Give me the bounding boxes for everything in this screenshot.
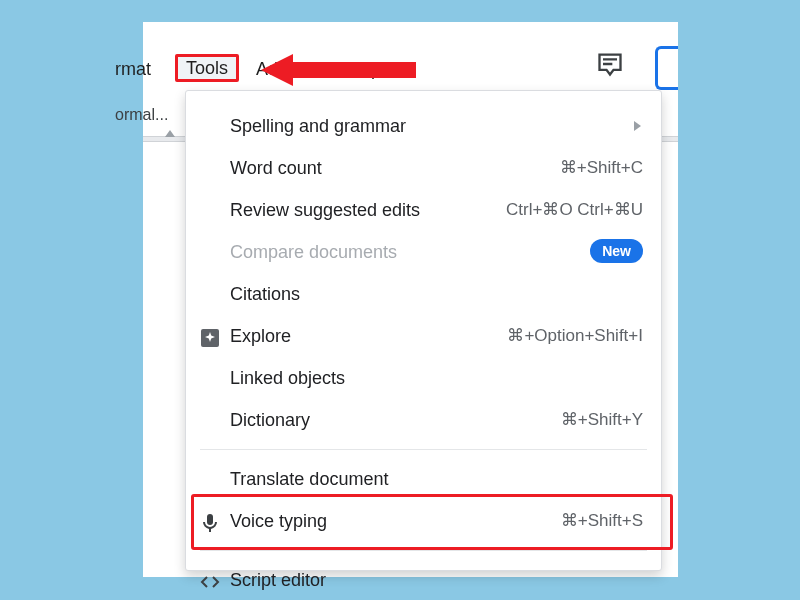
explore-icon: [198, 323, 222, 347]
tools-dropdown: Spelling and grammar Word count ⌘+Shift+…: [185, 90, 662, 571]
menu-item-label: Translate document: [230, 458, 388, 500]
code-icon: [198, 567, 222, 591]
menu-item-label: Script editor: [230, 559, 326, 600]
menu-item-shortcut: Ctrl+⌘O Ctrl+⌘U: [506, 189, 643, 231]
ruler-indent-marker: [165, 130, 175, 137]
menu-format[interactable]: rmat: [107, 55, 159, 83]
menu-item-label: Spelling and grammar: [230, 105, 406, 147]
menu-item-label: Citations: [230, 273, 300, 315]
menu-item-label: Voice typing: [230, 500, 327, 542]
menu-item-label: Review suggested edits: [230, 189, 420, 231]
menu-item-label: Dictionary: [230, 399, 310, 441]
menu-help[interactable]: Help: [336, 55, 389, 83]
new-badge: New: [590, 239, 643, 263]
menu-item-linked-objects[interactable]: Linked objects: [186, 357, 661, 399]
menu-item-spelling-and-grammar[interactable]: Spelling and grammar: [186, 105, 661, 147]
menu-item-label: Compare documents: [230, 231, 397, 273]
menu-item-shortcut: ⌘+Shift+Y: [561, 399, 643, 441]
menu-item-explore[interactable]: Explore ⌘+Option+Shift+I: [186, 315, 661, 357]
menu-item-shortcut: ⌘+Option+Shift+I: [507, 315, 643, 357]
menu-item-translate-document[interactable]: Translate document: [186, 458, 661, 500]
menu-item-word-count[interactable]: Word count ⌘+Shift+C: [186, 147, 661, 189]
menu-item-review-suggested-edits[interactable]: Review suggested edits Ctrl+⌘O Ctrl+⌘U: [186, 189, 661, 231]
menu-item-label: Explore: [230, 315, 291, 357]
menu-item-script-editor[interactable]: Script editor: [186, 559, 661, 600]
menu-item-shortcut: ⌘+Shift+C: [560, 147, 643, 189]
menu-item-label: Word count: [230, 147, 322, 189]
menu-item-dictionary[interactable]: Dictionary ⌘+Shift+Y: [186, 399, 661, 441]
menu-separator: [200, 550, 647, 551]
chevron-right-icon: [634, 121, 641, 131]
menubar: rmat Tools Add-ons Help: [143, 55, 678, 83]
menu-item-label: Linked objects: [230, 357, 345, 399]
menu-addons[interactable]: Add-ons: [248, 55, 331, 83]
menu-tools[interactable]: Tools: [175, 54, 239, 82]
app-window: rmat Tools Add-ons Help ormal... Spellin…: [143, 22, 678, 577]
menu-separator: [200, 449, 647, 450]
menu-item-compare-documents: Compare documents New: [186, 231, 661, 273]
microphone-icon: [198, 508, 222, 532]
menu-item-voice-typing[interactable]: Voice typing ⌘+Shift+S: [186, 500, 661, 542]
menu-item-citations[interactable]: Citations: [186, 273, 661, 315]
menu-item-shortcut: ⌘+Shift+S: [561, 500, 643, 542]
toolbar-style-fragment: ormal...: [115, 106, 168, 124]
